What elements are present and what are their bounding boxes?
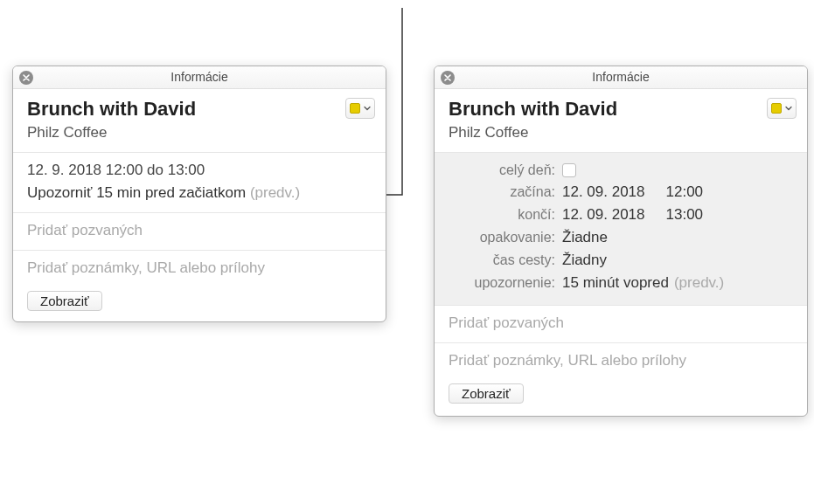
- chevron-down-icon: [364, 105, 371, 112]
- calendar-picker[interactable]: [345, 98, 375, 119]
- alert-label: upozornenie:: [449, 275, 562, 291]
- start-time-value[interactable]: 12:00: [666, 183, 704, 201]
- calendar-color-swatch: [350, 103, 360, 114]
- repeat-row: opakovanie: Žiadne: [449, 226, 793, 249]
- event-info-panel-expanded: Informácie Brunch with David Philz Coffe…: [434, 66, 808, 417]
- alert-value[interactable]: 15 minút vopred: [562, 274, 669, 292]
- close-button[interactable]: [441, 71, 455, 85]
- titlebar: Informácie: [13, 66, 386, 89]
- event-title[interactable]: Brunch with David: [449, 98, 793, 121]
- invitees-placeholder: Pridať pozvaných: [27, 222, 143, 238]
- chevron-down-icon: [785, 105, 792, 112]
- alert-default-marker: (predv.): [250, 184, 300, 201]
- event-title[interactable]: Brunch with David: [27, 98, 372, 121]
- event-location[interactable]: Philz Coffee: [449, 124, 793, 142]
- all-day-row: celý deň:: [449, 160, 793, 181]
- event-details-section: celý deň: začína: 12. 09. 2018 12:00 kon…: [435, 153, 807, 306]
- event-info-panel-collapsed: Informácie Brunch with David Philz Coffe…: [12, 66, 386, 322]
- repeat-value[interactable]: Žiadne: [562, 229, 608, 246]
- start-date-value[interactable]: 12. 09. 2018: [562, 183, 645, 201]
- travel-label: čas cesty:: [449, 252, 562, 268]
- travel-value[interactable]: Žiadny: [562, 252, 607, 269]
- starts-row: začína: 12. 09. 2018 12:00: [449, 181, 793, 204]
- show-button[interactable]: Zobraziť: [27, 291, 102, 311]
- notes-placeholder[interactable]: Pridať poznámky, URL alebo prílohy: [449, 352, 793, 369]
- window-title: Informácie: [170, 70, 227, 84]
- end-date-value[interactable]: 12. 09. 2018: [562, 206, 645, 224]
- alert-summary: Upozorniť 15 min pred začiatkom (predv.): [27, 184, 372, 202]
- calendar-picker[interactable]: [767, 98, 797, 119]
- alert-default-marker: (predv.): [674, 274, 724, 292]
- all-day-label: celý deň:: [449, 162, 562, 178]
- event-header: Brunch with David Philz Coffee: [13, 89, 386, 153]
- event-header: Brunch with David Philz Coffee: [435, 89, 807, 153]
- close-button[interactable]: [19, 71, 33, 85]
- event-location[interactable]: Philz Coffee: [27, 124, 372, 142]
- notes-placeholder[interactable]: Pridať poznámky, URL alebo prílohy: [27, 259, 372, 277]
- notes-section: Pridať poznámky, URL alebo prílohy Zobra…: [435, 343, 807, 416]
- window-title: Informácie: [592, 70, 649, 84]
- close-icon: [23, 74, 30, 81]
- ends-row: končí: 12. 09. 2018 13:00: [449, 204, 793, 226]
- connector-line: [386, 8, 435, 197]
- titlebar: Informácie: [435, 66, 807, 89]
- alert-row: upozornenie: 15 minút vopred (predv.): [449, 272, 793, 294]
- end-time-value[interactable]: 13:00: [666, 206, 704, 224]
- all-day-checkbox[interactable]: [562, 163, 576, 177]
- starts-label: začína:: [449, 184, 562, 200]
- invitees-section[interactable]: Pridať pozvaných: [13, 213, 386, 251]
- datetime-summary: 12. 9. 2018 12:00 do 13:00: [27, 162, 372, 179]
- show-button[interactable]: Zobraziť: [449, 383, 524, 404]
- alert-summary-text: Upozorniť 15 min pred začiatkom: [27, 184, 250, 201]
- ends-label: končí:: [449, 207, 562, 223]
- invitees-section[interactable]: Pridať pozvaných: [435, 306, 807, 343]
- close-icon: [444, 74, 451, 81]
- notes-section: Pridať poznámky, URL alebo prílohy Zobra…: [13, 251, 386, 321]
- repeat-label: opakovanie:: [449, 230, 562, 245]
- invitees-placeholder: Pridať pozvaných: [449, 314, 564, 331]
- calendar-color-swatch: [771, 103, 782, 114]
- travel-row: čas cesty: Žiadny: [449, 249, 793, 272]
- datetime-summary-section[interactable]: 12. 9. 2018 12:00 do 13:00 Upozorniť 15 …: [13, 153, 386, 213]
